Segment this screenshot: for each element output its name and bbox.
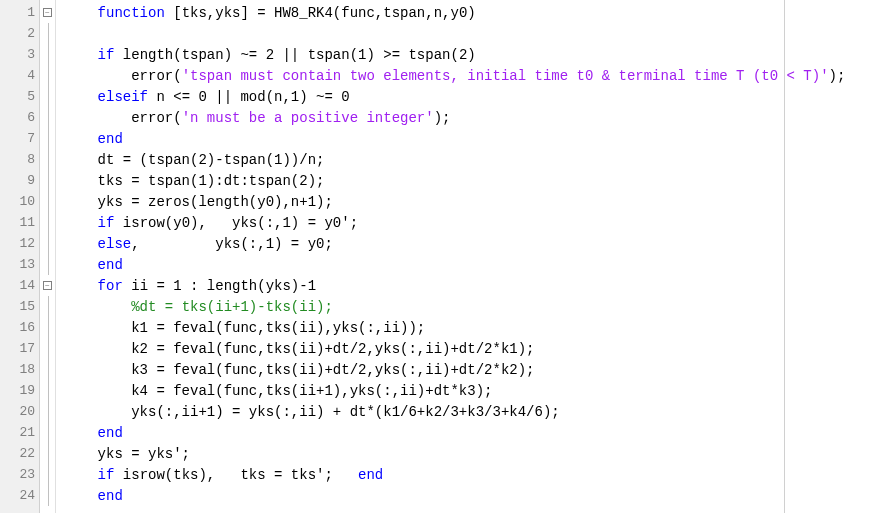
keyword-token: for xyxy=(98,278,123,294)
string-token: 'n must be a positive integer' xyxy=(182,110,434,126)
text-token: error( xyxy=(98,68,182,84)
fold-guide-line xyxy=(48,485,49,506)
text-token: dt = (tspan(2)-tspan(1))/n; xyxy=(98,152,325,168)
code-line[interactable]: k4 = feval(func,tks(ii+1),yks(:,ii)+dt*k… xyxy=(64,380,894,401)
code-editor[interactable]: 123456789101112131415161718192021222324 … xyxy=(0,0,894,513)
code-line[interactable]: if isrow(tks), tks = tks'; end xyxy=(64,464,894,485)
fold-guide-line xyxy=(48,65,49,86)
code-indent xyxy=(64,299,98,315)
code-line[interactable] xyxy=(64,23,894,44)
text-token: error( xyxy=(98,110,182,126)
code-line[interactable]: error('n must be a positive integer'); xyxy=(64,107,894,128)
fold-cell xyxy=(40,170,55,191)
line-number: 21 xyxy=(0,422,39,443)
keyword-token: end xyxy=(98,131,123,147)
code-line[interactable]: %dt = tks(ii+1)-tks(ii); xyxy=(64,296,894,317)
line-number: 6 xyxy=(0,107,39,128)
text-token: k1 = feval(func,tks(ii),yks(:,ii)); xyxy=(98,320,426,336)
comment-token: %dt = tks(ii+1)-tks(ii); xyxy=(131,299,333,315)
text-token: k2 = feval(func,tks(ii)+dt/2,yks(:,ii)+d… xyxy=(98,341,535,357)
keyword-token: elseif xyxy=(98,89,148,105)
fold-column: −− xyxy=(40,0,56,513)
fold-guide-line xyxy=(48,443,49,464)
fold-cell: − xyxy=(40,275,55,296)
fold-guide-line xyxy=(48,380,49,401)
code-line[interactable]: else, yks(:,1) = y0; xyxy=(64,233,894,254)
code-indent xyxy=(64,320,98,336)
fold-guide-line xyxy=(48,107,49,128)
code-indent xyxy=(64,404,98,420)
keyword-token: end xyxy=(98,425,123,441)
code-line[interactable]: end xyxy=(64,128,894,149)
fold-cell xyxy=(40,380,55,401)
fold-guide-line xyxy=(48,422,49,443)
margin-guide xyxy=(784,0,785,513)
fold-cell xyxy=(40,443,55,464)
fold-guide-line xyxy=(48,128,49,149)
text-token: k4 = feval(func,tks(ii+1),yks(:,ii)+dt*k… xyxy=(98,383,493,399)
line-number: 19 xyxy=(0,380,39,401)
fold-collapse-icon[interactable]: − xyxy=(43,281,52,290)
line-number: 11 xyxy=(0,212,39,233)
line-number: 18 xyxy=(0,359,39,380)
code-indent xyxy=(64,488,98,504)
fold-cell xyxy=(40,86,55,107)
fold-guide-line xyxy=(48,401,49,422)
line-number: 17 xyxy=(0,338,39,359)
fold-cell xyxy=(40,422,55,443)
text-token: length(tspan) ~= 2 || tspan(1) >= tspan(… xyxy=(114,47,475,63)
fold-guide-line xyxy=(48,296,49,317)
fold-guide-line xyxy=(48,212,49,233)
keyword-token: end xyxy=(98,257,123,273)
code-indent xyxy=(64,215,98,231)
code-line[interactable]: yks = zeros(length(y0),n+1); xyxy=(64,191,894,212)
code-line[interactable]: end xyxy=(64,422,894,443)
line-number: 16 xyxy=(0,317,39,338)
code-indent xyxy=(64,236,98,252)
code-line[interactable]: for ii = 1 : length(yks)-1 xyxy=(64,275,894,296)
code-indent xyxy=(64,89,98,105)
fold-cell xyxy=(40,212,55,233)
code-indent xyxy=(64,194,98,210)
code-line[interactable]: if isrow(y0), yks(:,1) = y0'; xyxy=(64,212,894,233)
code-line[interactable]: dt = (tspan(2)-tspan(1))/n; xyxy=(64,149,894,170)
fold-guide-line xyxy=(48,359,49,380)
line-number: 8 xyxy=(0,149,39,170)
keyword-token: else xyxy=(98,236,132,252)
code-line[interactable]: yks(:,ii+1) = yks(:,ii) + dt*(k1/6+k2/3+… xyxy=(64,401,894,422)
line-number: 1 xyxy=(0,2,39,23)
string-token: 'tspan must contain two elements, initia… xyxy=(182,68,829,84)
code-indent xyxy=(64,5,98,21)
code-line[interactable]: end xyxy=(64,254,894,275)
code-line[interactable]: end xyxy=(64,485,894,506)
code-line[interactable]: if length(tspan) ~= 2 || tspan(1) >= tsp… xyxy=(64,44,894,65)
code-area[interactable]: function [tks,yks] = HW8_RK4(func,tspan,… xyxy=(56,0,894,513)
fold-guide-line xyxy=(48,44,49,65)
fold-collapse-icon[interactable]: − xyxy=(43,8,52,17)
code-line[interactable]: k2 = feval(func,tks(ii)+dt/2,yks(:,ii)+d… xyxy=(64,338,894,359)
fold-cell xyxy=(40,107,55,128)
line-number: 5 xyxy=(0,86,39,107)
fold-guide-line xyxy=(48,464,49,485)
fold-cell xyxy=(40,401,55,422)
code-line[interactable]: tks = tspan(1):dt:tspan(2); xyxy=(64,170,894,191)
fold-guide-line xyxy=(48,338,49,359)
line-number: 9 xyxy=(0,170,39,191)
code-indent xyxy=(64,68,98,84)
text-token: yks(:,ii+1) = yks(:,ii) + dt*(k1/6+k2/3+… xyxy=(98,404,560,420)
code-line[interactable]: error('tspan must contain two elements, … xyxy=(64,65,894,86)
text-token: yks = yks'; xyxy=(98,446,190,462)
code-line[interactable]: k1 = feval(func,tks(ii),yks(:,ii)); xyxy=(64,317,894,338)
keyword-token: if xyxy=(98,215,115,231)
code-line[interactable]: function [tks,yks] = HW8_RK4(func,tspan,… xyxy=(64,2,894,23)
text-token: , yks(:,1) = y0; xyxy=(131,236,333,252)
text-token: n <= 0 || mod(n,1) ~= 0 xyxy=(148,89,350,105)
code-line[interactable]: elseif n <= 0 || mod(n,1) ~= 0 xyxy=(64,86,894,107)
line-number: 3 xyxy=(0,44,39,65)
code-line[interactable]: yks = yks'; xyxy=(64,443,894,464)
keyword-token: end xyxy=(98,488,123,504)
fold-cell xyxy=(40,338,55,359)
code-line[interactable]: k3 = feval(func,tks(ii)+dt/2,yks(:,ii)+d… xyxy=(64,359,894,380)
line-number: 4 xyxy=(0,65,39,86)
keyword-token: if xyxy=(98,47,115,63)
